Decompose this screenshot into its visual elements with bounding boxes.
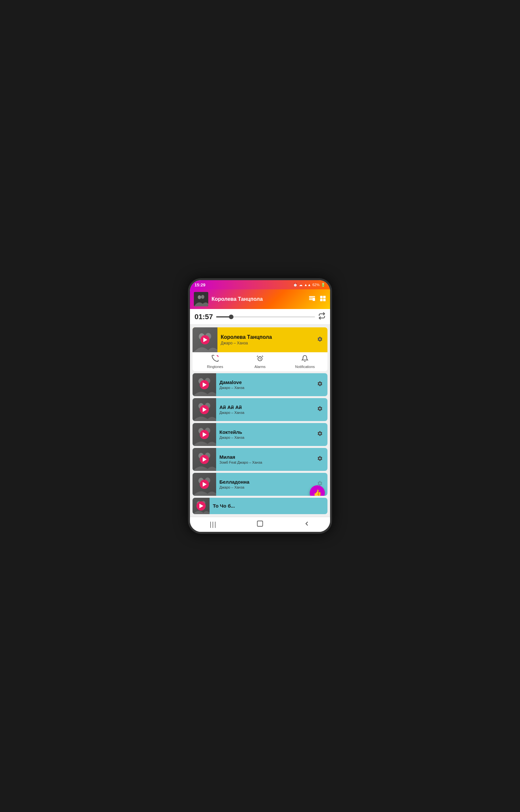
header-icons[interactable] xyxy=(309,295,326,304)
play-overlay-5 xyxy=(197,501,206,511)
device: 15:29 ⏰ ☁ ▲▲ 62% 🔋 Королева Танцпола xyxy=(188,278,332,534)
active-song-info: Королева Танцпола Джаро – Ханза xyxy=(217,334,312,345)
tab-alarms-label: Alarms xyxy=(255,365,265,369)
signal-icon: ▲▲ xyxy=(304,283,311,287)
grid-icon[interactable] xyxy=(319,295,326,303)
player-progress-thumb[interactable] xyxy=(229,315,233,319)
screen: 15:29 ⏰ ☁ ▲▲ 62% 🔋 Королева Танцпола xyxy=(190,280,330,532)
play-tri-0 xyxy=(203,383,207,387)
song-title-1: Ай Ай Ай xyxy=(219,404,309,410)
player-time: 01:57 xyxy=(194,313,213,321)
header-album-svg xyxy=(194,292,208,306)
player-bar: 01:57 xyxy=(190,309,330,325)
tab-notifications[interactable]: Notifications xyxy=(283,355,328,369)
song-title-3: Милая xyxy=(219,454,309,460)
song-artist-1: Джаро – Ханза xyxy=(219,411,309,415)
song-item-4[interactable]: Белладонна Джаро – Ханза 👍 xyxy=(192,473,328,496)
ringtones-icon xyxy=(211,355,219,364)
nav-home-button[interactable] xyxy=(256,520,264,529)
song-artist-2: Джаро – Ханза xyxy=(219,436,309,439)
svg-point-1 xyxy=(198,295,201,299)
wifi-icon: ☁ xyxy=(299,283,303,287)
svg-rect-5 xyxy=(309,299,313,300)
header: Королева Танцпола xyxy=(190,289,330,309)
song-thumb-2 xyxy=(192,423,216,446)
active-song-gear[interactable] xyxy=(312,336,328,344)
tabs-row: Ringtones Alarms xyxy=(192,352,328,371)
alarms-icon xyxy=(256,355,264,364)
svg-rect-34 xyxy=(257,521,263,526)
nav-back-button[interactable] xyxy=(303,520,310,529)
notifications-icon xyxy=(301,355,309,364)
active-play-overlay xyxy=(201,335,210,344)
song-artist-4: Джаро – Ханза xyxy=(219,485,309,489)
svg-rect-8 xyxy=(320,296,323,298)
song-gear-1[interactable] xyxy=(312,406,328,413)
song-item-2[interactable]: Коктейль Джаро – Ханза xyxy=(192,423,328,446)
play-tri-3 xyxy=(203,457,207,462)
tab-ringtones-label: Ringtones xyxy=(207,365,223,369)
header-album-art xyxy=(194,292,208,306)
song-title-5: То Чо б... xyxy=(213,503,324,509)
song-item-5[interactable]: То Чо б... xyxy=(192,498,328,514)
play-triangle xyxy=(203,338,207,342)
song-gear-3[interactable] xyxy=(312,456,328,463)
song-thumb-3 xyxy=(192,448,216,471)
queue-icon[interactable] xyxy=(309,295,316,304)
song-info-0: Дамаlove Джаро – Ханза xyxy=(216,379,312,390)
song-info-3: Милая Зомб Feat Джаро – Ханза xyxy=(216,454,312,464)
song-item-1[interactable]: Ай Ай Ай Джаро – Ханза xyxy=(192,398,328,421)
alarm-icon: ⏰ xyxy=(293,283,298,287)
play-overlay-2 xyxy=(200,430,209,439)
play-tri-4 xyxy=(203,482,207,487)
song-info-4: Белладонна Джаро – Ханза xyxy=(216,479,312,489)
svg-rect-10 xyxy=(320,298,323,301)
song-title-0: Дамаlove xyxy=(219,379,309,385)
song-item-3[interactable]: Милая Зомб Feat Джаро – Ханза xyxy=(192,448,328,471)
play-overlay-1 xyxy=(200,405,209,414)
active-song[interactable]: Королева Танцпола Джаро – Ханза xyxy=(192,327,328,352)
song-thumb-4 xyxy=(192,473,216,496)
song-title-4: Белладонна xyxy=(219,479,309,485)
song-info-5: То Чо б... xyxy=(210,503,328,509)
active-song-title: Королева Танцпола xyxy=(221,334,309,340)
active-card: Королева Танцпола Джаро – Ханза xyxy=(192,327,328,371)
play-tri-2 xyxy=(203,432,207,437)
song-thumb-0 xyxy=(192,373,216,396)
svg-rect-4 xyxy=(309,298,315,298)
play-tri-5 xyxy=(200,503,203,508)
play-overlay-0 xyxy=(200,380,209,389)
status-bar: 15:29 ⏰ ☁ ▲▲ 62% 🔋 xyxy=(190,280,330,289)
song-thumb-5 xyxy=(192,498,210,514)
song-artist-0: Джаро – Ханза xyxy=(219,386,309,390)
song-gear-2[interactable] xyxy=(312,430,328,438)
nav-menu-button[interactable]: ||| xyxy=(210,521,217,528)
battery-text: 62% xyxy=(312,283,319,287)
svg-point-2 xyxy=(201,295,204,299)
song-item-0[interactable]: Дамаlove Джаро – Ханза xyxy=(192,373,328,396)
active-song-thumb xyxy=(192,327,217,352)
play-tri-1 xyxy=(203,407,207,412)
tab-alarms[interactable]: Alarms xyxy=(237,355,282,369)
svg-rect-3 xyxy=(309,296,315,297)
song-artist-3: Зомб Feat Джаро – Ханза xyxy=(219,460,309,464)
header-title: Королева Танцпола xyxy=(211,296,305,302)
content: Королева Танцпола Джаро – Ханза xyxy=(190,325,330,517)
song-info-2: Коктейль Джаро – Ханза xyxy=(216,429,312,439)
status-time: 15:29 xyxy=(194,282,205,287)
status-icons: ⏰ ☁ ▲▲ 62% 🔋 xyxy=(293,283,326,287)
battery-icon: 🔋 xyxy=(321,283,326,287)
repeat-icon[interactable] xyxy=(318,312,326,321)
song-info-1: Ай Ай Ай Джаро – Ханза xyxy=(216,404,312,415)
active-song-artist: Джаро – Ханза xyxy=(221,341,309,345)
tab-notifications-label: Notifications xyxy=(295,365,315,369)
svg-rect-11 xyxy=(323,298,326,301)
song-title-2: Коктейль xyxy=(219,429,309,435)
svg-rect-9 xyxy=(323,296,326,298)
song-gear-0[interactable] xyxy=(312,381,328,388)
play-overlay-4 xyxy=(200,480,209,489)
play-overlay-3 xyxy=(200,455,209,464)
bottom-nav: ||| xyxy=(190,517,330,532)
player-progress[interactable] xyxy=(216,316,315,318)
tab-ringtones[interactable]: Ringtones xyxy=(192,355,237,369)
